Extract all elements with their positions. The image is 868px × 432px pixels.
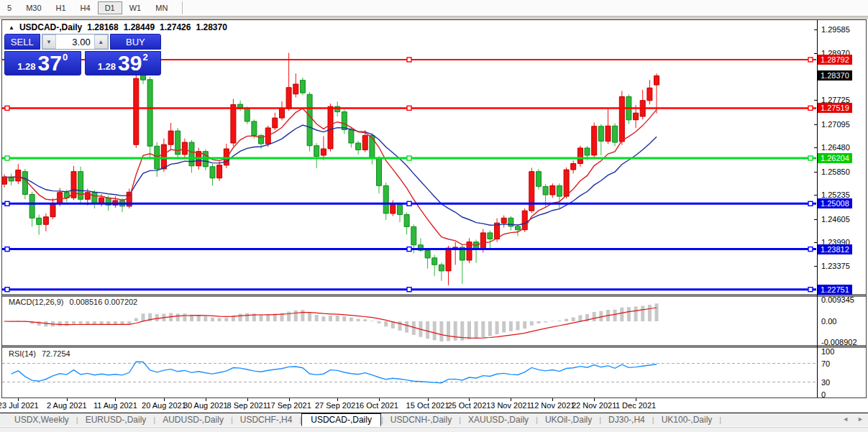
sell-price-pip: 0 [63, 52, 68, 63]
line-handle[interactable] [5, 106, 9, 110]
tab-audusd-daily[interactable]: AUDUSD-,Daily [155, 414, 231, 426]
tab-ukoil-daily[interactable]: UKOil-,Daily [538, 414, 599, 426]
date-tick-mark [428, 398, 429, 401]
chart-tab-bar: USDX,Weekly|EURUSD-,Daily|AUDUSD-,Daily|… [0, 413, 868, 426]
date-tick-mark [247, 398, 248, 401]
one-click-trade-panel: SELL ▼ ▲ BUY 1.28 37 0 1.28 39 2 [4, 34, 161, 75]
ohlc-high: 1.28449 [124, 22, 155, 32]
buy-quote[interactable]: 1.28 39 2 [85, 51, 162, 75]
price-tick-label: 1.27095 [821, 120, 850, 129]
tab-usdcad-daily[interactable]: USDCAD-,Daily [301, 413, 381, 426]
date-label: 2 Aug 2021 [47, 401, 87, 410]
date-label: 17 Sep 2021 [266, 401, 311, 410]
volume-stepper: ▼ ▲ [42, 34, 109, 50]
date-tick-mark [636, 398, 636, 401]
date-tick-mark [379, 398, 380, 401]
chart-title: ▲ USDCAD-,Daily 1.28168 1.28449 1.27426 … [9, 22, 227, 32]
line-handle[interactable] [5, 201, 9, 206]
macd-indicator-label: MACD(12,26,9) 0.008516 0.007202 [9, 298, 137, 306]
rsi-value: 72.7254 [42, 349, 70, 358]
macd-axis-label: 0.009345 [821, 295, 854, 304]
timeframe-button-h1[interactable]: H1 [49, 1, 73, 14]
timeframe-button-m30[interactable]: M30 [19, 1, 48, 14]
tab-usdx-weekly[interactable]: USDX,Weekly [7, 414, 76, 426]
sell-quote[interactable]: 1.28 37 0 [4, 51, 81, 75]
tab-scroll-right-icon[interactable]: ► [857, 415, 864, 423]
line-handle[interactable] [808, 106, 813, 110]
tab-usdcnh-daily[interactable]: USDCNH-,Daily [383, 414, 459, 426]
timeframe-button-d1[interactable]: D1 [98, 1, 122, 14]
date-tick-mark [511, 398, 511, 401]
price-badge: 1.26204 [818, 153, 852, 163]
sell-price-base: 1.28 [17, 61, 35, 72]
date-tick-mark [164, 398, 165, 401]
line-handle[interactable] [5, 288, 9, 292]
line-handle[interactable] [407, 201, 411, 206]
date-tick-mark [115, 398, 116, 401]
collapse-arrow-icon[interactable]: ▲ [9, 24, 14, 31]
tab-scroll-left-icon[interactable]: ◄ [842, 415, 849, 423]
line-handle[interactable] [407, 247, 411, 252]
buy-price-big: 39 [118, 53, 142, 73]
macd-values: 0.008516 0.007202 [69, 298, 137, 306]
price-tick-mark [814, 242, 817, 243]
price-tick-mark [814, 195, 817, 196]
line-handle[interactable] [808, 58, 813, 62]
date-label: 25 Oct 2021 [448, 401, 491, 410]
tab-uk100-daily[interactable]: UK100-,Daily [654, 414, 720, 426]
volume-increase-icon[interactable]: ▲ [94, 35, 108, 49]
buy-price-base: 1.28 [98, 61, 116, 72]
ohlc-low: 1.27426 [160, 22, 191, 32]
timeframe-button-h4[interactable]: H4 [73, 1, 98, 14]
line-handle[interactable] [407, 288, 411, 292]
symbol-label: USDCAD-,Daily [19, 22, 82, 32]
date-label: 8 Sep 2021 [227, 401, 268, 410]
rsi-axis-label: 70 [821, 359, 830, 368]
volume-input[interactable] [56, 35, 94, 49]
timeframe-button-w1[interactable]: W1 [122, 1, 149, 14]
macd-axis-label: -0.008902 [821, 338, 857, 346]
tab-usdchf-h4[interactable]: USDCHF-,H4 [233, 414, 300, 426]
tab-separator: | [719, 415, 721, 424]
price-badge: 1.23812 [818, 244, 852, 254]
price-chart-canvas[interactable] [1, 19, 867, 398]
status-strip [0, 427, 868, 432]
line-handle[interactable] [407, 106, 411, 110]
date-label: 3 Nov 2021 [490, 401, 531, 410]
bull-candle-wicks [4, 53, 657, 285]
price-tick-mark [814, 147, 817, 148]
tab-xauusd-daily[interactable]: XAUUSD-,Daily [461, 414, 536, 426]
date-tick-mark [552, 398, 553, 401]
timeframe-button-mn[interactable]: MN [148, 1, 175, 14]
date-tick-mark [469, 398, 470, 401]
toolbar-separator [182, 1, 183, 14]
date-label: 1 Dec 2021 [616, 401, 656, 410]
line-handle[interactable] [5, 156, 9, 160]
sell-button[interactable]: SELL [4, 34, 40, 50]
line-handle[interactable] [808, 156, 813, 160]
tab-eurusd-daily[interactable]: EURUSD-,Daily [78, 414, 154, 426]
line-handle[interactable] [407, 58, 411, 62]
date-label: 6 Oct 2021 [360, 401, 398, 410]
tab-dj30-h4[interactable]: DJ30-,H4 [601, 414, 652, 426]
rsi-indicator-label: RSI(14) 72.7254 [9, 349, 70, 358]
buy-button[interactable]: BUY [110, 34, 161, 50]
line-handle[interactable] [808, 288, 813, 292]
line-handle[interactable] [5, 247, 9, 252]
line-handle[interactable] [808, 201, 813, 206]
rsi-line [12, 362, 657, 383]
volume-decrease-icon[interactable]: ▼ [42, 35, 56, 49]
line-handle[interactable] [808, 247, 813, 252]
macd-axis-label: 0.00 [821, 317, 836, 326]
macd-histogram [3, 303, 659, 341]
timeframe-button-5[interactable]: 5 [0, 1, 19, 14]
date-label: 27 Sep 2021 [315, 401, 360, 410]
line-handle[interactable] [407, 156, 411, 160]
date-label: 12 Nov 2021 [530, 401, 575, 410]
date-label: 30 Aug 2021 [183, 401, 228, 410]
price-badge: 1.22751 [818, 285, 852, 295]
price-tick-label: 1.26480 [821, 143, 850, 152]
date-tick-mark [289, 398, 290, 401]
date-label: 23 Jul 2021 [0, 401, 39, 410]
date-tick-mark [206, 398, 206, 401]
